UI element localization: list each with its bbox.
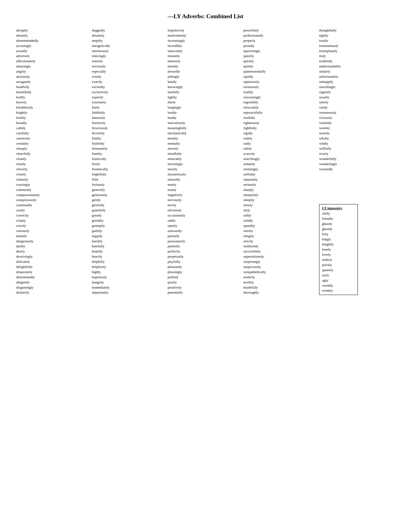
word-item: longingly bbox=[168, 105, 243, 110]
word-item: unhappily bbox=[319, 79, 395, 84]
word-item: doggedly bbox=[92, 28, 168, 33]
word-item: meaningfully bbox=[168, 125, 243, 131]
word-item: wisely bbox=[319, 151, 395, 156]
word-item: fearlessly bbox=[92, 120, 168, 125]
word-item: fortunately bbox=[92, 146, 168, 151]
imposter-word: queenly bbox=[322, 267, 355, 273]
word-item: crossly bbox=[16, 223, 92, 228]
word-item: miserably bbox=[168, 156, 243, 161]
word-item: triumphantly bbox=[319, 48, 395, 54]
word-item: evenly bbox=[92, 74, 168, 79]
word-item: partially bbox=[168, 233, 243, 238]
word-item: searchingly bbox=[243, 156, 319, 161]
word-item: desperately bbox=[16, 269, 92, 275]
word-item: hopelessly bbox=[92, 275, 168, 280]
page-title: —LY Adverbs: Combined List bbox=[16, 13, 395, 20]
word-item: bravely bbox=[16, 100, 92, 105]
word-item: coolly bbox=[16, 208, 92, 213]
column-4: powerfullyprofessionallyproperlyproudlyq… bbox=[243, 28, 319, 295]
word-item: enviously bbox=[92, 64, 168, 69]
word-item: inwardly bbox=[168, 69, 243, 74]
word-item: proudly bbox=[243, 43, 319, 48]
word-item: scarcely bbox=[243, 151, 319, 156]
word-item: tenderly bbox=[243, 275, 319, 280]
word-item: greedily bbox=[92, 218, 168, 223]
word-item: poorly bbox=[168, 280, 243, 285]
imposter-word: worldly bbox=[322, 283, 355, 288]
word-item: rightfully bbox=[243, 125, 319, 131]
word-item: breathlessly bbox=[16, 105, 92, 110]
word-item: outwardly bbox=[168, 228, 243, 233]
word-item: closely bbox=[16, 172, 92, 177]
word-item: messily bbox=[168, 146, 243, 151]
word-item: kindly bbox=[168, 79, 243, 84]
word-item: excitedly bbox=[92, 84, 168, 89]
word-item: knowingly bbox=[168, 84, 243, 89]
word-item: thoughtfully bbox=[319, 28, 395, 33]
word-item: softly bbox=[243, 213, 319, 218]
imposter-word: lovely bbox=[322, 252, 355, 257]
imposter-word: prickly bbox=[322, 262, 355, 267]
word-item: unfairly bbox=[319, 69, 395, 74]
word-item: continually bbox=[16, 202, 92, 208]
word-item: diligently bbox=[16, 280, 92, 285]
word-item: abruptly bbox=[16, 28, 92, 33]
word-item: famously bbox=[92, 115, 168, 120]
word-item: potentially bbox=[168, 290, 243, 295]
word-item: greatly bbox=[92, 213, 168, 218]
column-3: impulsivelyinadvertentlyincreasinglyincr… bbox=[168, 28, 243, 295]
word-item: rigidly bbox=[243, 131, 319, 136]
word-item: arrogantly bbox=[16, 79, 92, 84]
word-item: politely bbox=[168, 275, 243, 280]
word-item: understandably bbox=[319, 64, 395, 69]
word-item: reassuringly bbox=[243, 95, 319, 100]
word-item: queerly bbox=[243, 53, 319, 58]
word-item: generously bbox=[92, 192, 168, 198]
word-item: conspicuously bbox=[16, 197, 92, 202]
imposter-word: friendly bbox=[322, 216, 355, 221]
word-item: nicely bbox=[168, 202, 243, 208]
imposter-word: lonely bbox=[322, 247, 355, 252]
word-item: marvelously bbox=[168, 120, 243, 125]
word-item: cleverly bbox=[16, 167, 92, 172]
column-5: thoughtfullytightlytotallytremendouslytr… bbox=[319, 28, 395, 295]
word-item: playfully bbox=[168, 259, 243, 264]
word-item: safely bbox=[243, 146, 319, 151]
word-item: calmly bbox=[16, 125, 92, 131]
word-item: stubbornly bbox=[243, 244, 319, 249]
word-item: willfully bbox=[319, 146, 395, 151]
word-item: frantically bbox=[92, 156, 168, 161]
word-item: mostly bbox=[168, 167, 243, 172]
word-item: powerfully bbox=[243, 28, 319, 33]
word-item: thankfully bbox=[243, 285, 319, 290]
word-item: vastly bbox=[319, 105, 395, 110]
word-item: absentmindedly bbox=[16, 38, 92, 43]
word-item: extremely bbox=[92, 100, 168, 105]
word-item: frightfully bbox=[92, 172, 168, 177]
word-item: frenetically bbox=[92, 167, 168, 172]
word-item: thoroughly bbox=[243, 290, 319, 295]
word-item: viciously bbox=[319, 115, 395, 120]
word-item: venomously bbox=[319, 110, 395, 115]
word-item: surprisingly bbox=[243, 259, 319, 264]
word-item: foolishly bbox=[92, 141, 168, 146]
word-item: energetically bbox=[92, 43, 168, 48]
word-item: rudely bbox=[243, 136, 319, 141]
word-item: hungrily bbox=[92, 280, 168, 285]
word-item: truthfully bbox=[319, 58, 395, 64]
word-item: seemingly bbox=[243, 167, 319, 172]
word-item: warmly bbox=[319, 125, 395, 131]
word-item: heartily bbox=[92, 249, 168, 254]
word-item: gratefully bbox=[92, 208, 168, 213]
imposter-word: holy bbox=[322, 231, 355, 237]
word-item: gleefully bbox=[92, 202, 168, 208]
word-item: enormously bbox=[92, 48, 168, 54]
word-item: grumpily bbox=[92, 223, 168, 228]
word-item: innocently bbox=[168, 48, 243, 54]
word-item: quintessentially bbox=[243, 69, 319, 74]
word-item: madly bbox=[168, 115, 243, 120]
word-item: gently bbox=[92, 197, 168, 202]
word-item: separately bbox=[243, 177, 319, 182]
word-item: amazingly bbox=[16, 64, 92, 69]
word-item: emptily bbox=[92, 38, 168, 43]
